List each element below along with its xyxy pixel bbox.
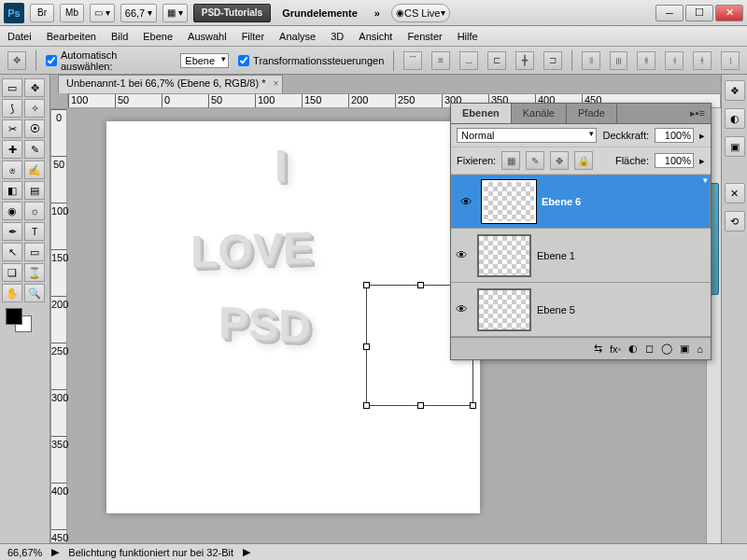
dist-bottom-icon[interactable]: ⫵ [637,51,655,70]
mask-dock-icon[interactable]: ▣ [725,136,745,157]
transform-handle-bc[interactable] [417,402,424,409]
layer-name[interactable]: Ebene 5 [537,304,711,315]
gradient-tool[interactable]: ▤ [24,181,45,200]
menu-auswahl[interactable]: Auswahl [188,31,227,42]
bridge-button[interactable]: Br [30,4,54,22]
visibility-icon[interactable]: 👁 [456,195,476,209]
layers-dock-icon[interactable]: ❖ [725,80,745,101]
align-left-icon[interactable]: ⊏ [487,51,506,70]
dist-vcenter-icon[interactable]: ⫼ [610,51,628,70]
adjustment-layer-icon[interactable]: ◻ [645,343,654,355]
layer-name[interactable]: Ebene 6 [542,196,697,207]
tab-pfade[interactable]: Pfade [567,104,617,123]
menu-ansicht[interactable]: Ansicht [359,31,392,42]
lock-all-icon[interactable]: 🔒 [574,151,593,170]
align-vcenter-icon[interactable]: ≡ [431,51,450,70]
menu-hilfe[interactable]: Hilfe [458,31,478,42]
canvas[interactable]: I LOVE PSD [106,121,480,513]
menu-datei[interactable]: Datei [7,31,32,42]
adjust-dock-icon[interactable]: ◐ [725,108,745,129]
visibility-icon[interactable]: 👁 [451,248,472,262]
eraser-tool[interactable]: ◧ [2,181,22,200]
dist-left-icon[interactable]: ⫲ [665,51,684,70]
dodge-tool[interactable]: ☼ [24,202,45,220]
history-brush-tool[interactable]: ✍ [24,161,45,179]
shape-tool[interactable]: ▭ [24,243,45,261]
layer-thumbnail[interactable] [482,180,536,223]
transform-handle-tc[interactable] [417,282,424,288]
dist-top-icon[interactable]: ⫴ [582,51,600,70]
close-button[interactable]: ✕ [715,5,743,21]
visibility-icon[interactable]: 👁 [451,302,472,316]
layer-row[interactable]: 👁 Ebene 6 [451,175,711,229]
menu-bild[interactable]: Bild [111,31,128,42]
new-layer-icon[interactable]: ▣ [680,343,689,355]
3d-tool[interactable]: ❏ [2,263,22,282]
fill-flyout-icon[interactable]: ▸ [699,155,705,167]
layer-style-icon[interactable]: fx◦ [610,343,621,355]
foreground-color[interactable] [6,308,22,325]
lock-pixels-icon[interactable]: ✎ [526,151,544,170]
maximize-button[interactable]: ☐ [685,5,713,21]
lock-position-icon[interactable]: ✥ [550,151,569,170]
crop-tool[interactable]: ✂ [2,119,22,138]
screen-mode-button[interactable]: ▭ ▾ [90,4,115,22]
color-swatches[interactable] [2,308,48,340]
layer-thumbnail[interactable] [477,234,531,277]
layer-mask-icon[interactable]: ◐ [628,343,638,355]
lock-transparency-icon[interactable]: ▦ [501,151,520,170]
transform-controls-checkbox[interactable]: Transformationssteuerungen [238,55,384,66]
blur-tool[interactable]: ◉ [2,202,22,220]
move-tool-icon[interactable]: ✥ [7,51,26,70]
status-zoom[interactable]: 66,67% [7,547,42,558]
align-hcenter-icon[interactable]: ╋ [515,51,534,70]
layer-thumbnail[interactable] [477,288,531,331]
tab-kanaele[interactable]: Kanäle [512,104,567,123]
lasso-tool[interactable]: ⟆ [2,99,22,118]
tab-ebenen[interactable]: Ebenen [451,104,512,123]
zoom-tool[interactable]: 🔍 [24,284,45,302]
hand-tool[interactable]: ✋ [2,284,22,302]
type-tool[interactable]: T [24,222,45,241]
minimize-button[interactable]: ─ [655,5,684,21]
panel-menu-icon[interactable]: ▸▪≡ [684,104,711,123]
link-layers-icon[interactable]: ⇆ [594,343,602,355]
dist-right-icon[interactable]: ⫶ [721,51,740,70]
transform-handle-ml[interactable] [363,343,370,350]
align-bottom-icon[interactable]: ⎵ [459,51,478,70]
tools-dock-icon[interactable]: ✕ [725,183,745,203]
menu-3d[interactable]: 3D [331,31,344,42]
blend-mode-select[interactable]: Normal [457,128,597,143]
menu-ebene[interactable]: Ebene [143,31,173,42]
arrange-button[interactable]: ▦ ▾ [162,4,188,22]
transform-handle-tl[interactable] [363,282,370,288]
layer-row[interactable]: 👁 Ebene 5 [451,283,711,337]
heal-tool[interactable]: ✚ [2,140,22,159]
dist-hcenter-icon[interactable]: ⫳ [693,51,712,70]
transform-handle-br[interactable] [470,402,476,409]
opacity-flyout-icon[interactable]: ▸ [699,130,705,142]
layer-name[interactable]: Ebene 1 [537,250,711,261]
align-right-icon[interactable]: ⊐ [543,51,562,70]
3d-camera-tool[interactable]: ⌛ [24,263,45,282]
history-dock-icon[interactable]: ⟲ [725,211,745,231]
workspace-more[interactable]: » [369,7,386,19]
layer-row[interactable]: 👁 Ebene 1 [451,229,711,283]
workspace-tutorial-button[interactable]: PSD-Tutorials [193,4,271,22]
align-top-icon[interactable]: ⎴ [403,51,422,70]
wand-tool[interactable]: ✧ [24,99,45,118]
eyedropper-tool[interactable]: ⦿ [24,119,45,138]
pen-tool[interactable]: ✒ [2,222,22,241]
menu-fenster[interactable]: Fenster [407,31,442,42]
zoom-field[interactable]: 66,7 ▾ [120,4,157,22]
opacity-field[interactable]: 100% [655,128,694,143]
workspace-name[interactable]: Grundelemente [276,7,363,19]
auto-select-target[interactable]: Ebene [180,53,229,68]
marquee-tool[interactable]: ▭ [2,78,22,97]
move-tool[interactable]: ✥ [24,78,45,97]
status-arrow2-icon[interactable]: ▶ [243,546,250,558]
transform-handle-bl[interactable] [363,402,370,409]
minibridge-button[interactable]: Mb [60,4,84,22]
menu-bearbeiten[interactable]: Bearbeiten [47,31,96,42]
menu-analyse[interactable]: Analyse [279,31,316,42]
